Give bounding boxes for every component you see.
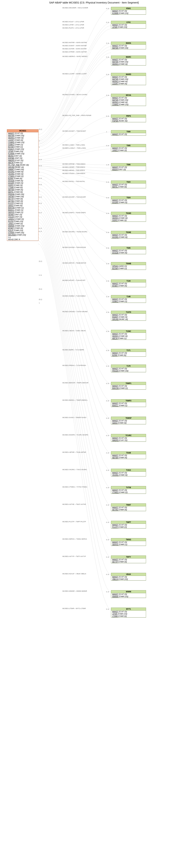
target-table-name: T000: [111, 130, 146, 133]
target-field: MATNR [CHAR (18)]: [111, 61, 146, 63]
relation-label: MCISEG-ERFME = T006-MSEHI: [62, 163, 85, 165]
target-table-name: TSAB: [111, 452, 146, 454]
target-field: MANDT [CLNT (3)]: [111, 506, 146, 509]
page-title: SAP ABAP table MCISEG {CS: Physical Inve…: [0, 1, 188, 4]
target-table-T064B: T064BSPRAS [LANG (1)]BSTAR [CHAR (1)]: [111, 262, 146, 270]
target-field: WERKS [CHAR (4)]: [111, 63, 146, 65]
relation-label: MCISEG-BWSCL = T6WP2-BWSCL: [62, 399, 88, 401]
target-table-T005: T005MANDT [CLNT (3)]LAND1 [CHAR (3)]: [111, 144, 146, 152]
relation-label: MCISEG-VOLEH = T006-MSEHI: [62, 173, 85, 174]
source-field: BSTAR [CHAR (1)]: [7, 146, 38, 148]
target-field: MANDT [CLNT (3)]: [111, 611, 146, 613]
source-field: PRDHA [CHAR (18)]: [7, 193, 38, 195]
target-table-name: T024: [111, 196, 146, 199]
target-field: LTSNR [CHAR (6)]: [111, 615, 146, 617]
source-field: GEWEI [UNIT (3)]: [7, 214, 38, 216]
target-table-name: WYT1: [111, 608, 146, 611]
target-table-name: TWPT: [111, 521, 146, 524]
source-cardinality: 0..N: [39, 203, 42, 204]
target-table-T134: T134MANDT [CLNT (3)]MTART [CHAR (4)]: [111, 279, 146, 287]
source-cardinality: 0..N: [39, 178, 42, 179]
target-table-name: TCURC: [111, 434, 146, 437]
relation-label: MCISEG-MTART = T134-MTART: [62, 279, 85, 281]
cardinality: 0..N: [106, 181, 109, 183]
source-cardinality: 0..N: [39, 212, 42, 214]
target-table-name: T171: [111, 349, 146, 352]
source-field: EKSGB [CHAR (4)]: [7, 180, 38, 182]
target-table-name: T179: [111, 365, 146, 368]
target-field: EKORG [CHAR (4)]: [111, 236, 146, 238]
source-cardinality: 1: [39, 152, 40, 154]
source-field: ERFME [UNIT (3)]: [7, 157, 38, 159]
cardinality: 0..N: [106, 574, 109, 575]
target-table-name: T026: [111, 247, 146, 249]
target-table-name: PRPS: [111, 115, 146, 118]
target-table-TWTY: TWTYMANDT [CLNT (3)]AKTYP [CHAR (4)]: [111, 556, 146, 563]
cardinality: 0..N: [106, 522, 109, 523]
target-field: MANDT [CLNT (3)]: [111, 314, 146, 316]
target-table-TSAB: TSABMANDT [CLNT (3)]ABTNR [CHAR (4)]: [111, 452, 146, 459]
source-field: KUNNR [CHAR (10)]: [7, 153, 38, 155]
cardinality: 0..N: [106, 231, 109, 233]
source-table-name: MCISEG: [7, 129, 38, 132]
relation-label: MCISEG-KOLIF = LFA1-LIFNR: [62, 21, 84, 23]
cardinality: 0..N: [106, 145, 109, 147]
source-field: ABCIN [CHAR (1)]: [7, 162, 38, 164]
source-cardinality: 0..N: [39, 184, 42, 185]
cardinality: 0..N: [106, 417, 109, 419]
target-field: LIFNR [CHAR (10)]: [111, 613, 146, 615]
cardinality: 0..N: [106, 435, 109, 436]
target-field: VKORG [CHAR (4)]: [111, 474, 146, 476]
target-field: WERKS [CHAR (4)]: [111, 101, 146, 103]
target-table-name: T157D: [111, 311, 146, 314]
relation-label: MCISEG-AKTHE = TWAT-AKTHE: [62, 503, 86, 505]
target-table-name: MARA: [111, 42, 146, 44]
source-field: ABTNR [CHAR (4)]: [7, 189, 38, 191]
target-table-MARC: MARCMANDT [CLNT (3)]MATNR [CHAR (18)]WER…: [111, 56, 146, 65]
target-table-name: T023: [111, 181, 146, 184]
target-table-TVKO: TVKOMANDT [CLNT (3)]VKORG [CHAR (4)]: [111, 469, 146, 476]
relation-label: MCISEG-EKGRP = T024-EKGRP: [62, 196, 86, 198]
target-field: MANDT [CLNT (3)]: [111, 593, 146, 595]
source-field: MATKL [CHAR (9)]: [7, 191, 38, 193]
source-field: LANDLF [CHAR (3)]: [7, 218, 38, 220]
target-field: BWSCL [CHAR (1)]: [111, 404, 146, 407]
target-field: MANDT [CLNT (3)]: [111, 76, 146, 78]
target-field: MANDT [CLNT (3)]: [111, 524, 146, 526]
target-table-name: TWAT: [111, 504, 146, 506]
target-field: WAERS [CUKY (5)]: [111, 439, 146, 441]
relation-label: MCISEG-SOBKZ = T148-SOBKZ: [62, 295, 86, 297]
source-field: PLGTP [CHAR (2)]: [7, 202, 38, 205]
target-table-TWPT: TWPTMANDT [CLNT (3)]PLGTP [CHAR (2)]: [111, 521, 146, 528]
source-field: GRUND [NUMC (4)]: [7, 166, 38, 168]
target-field: LAND1 [CHAR (3)]: [111, 149, 146, 152]
target-field: MANDT [CLNT (3)]: [111, 489, 146, 491]
target-table-T148: T148MANDT [CLNT (3)]SOBKZ [CHAR (1)]: [111, 295, 146, 303]
source-field: AKTHE [CHAR (4)]: [7, 200, 38, 202]
relation-label: MCISEG-LAND1 = T005-LAND1: [62, 144, 85, 146]
relation-label: MCISEG-BZIRK = T171-BZIRK: [62, 349, 84, 351]
cardinality: 1: [106, 131, 107, 133]
target-field: MSEHI [UNIT (3)]: [111, 168, 146, 170]
target-field: MANDT [CLNT (3)]: [111, 368, 146, 370]
target-table-T024D: T024DMANDT [CLNT (3)]WERKS [CHAR (4)]DIS…: [111, 212, 146, 222]
target-table-name: T148: [111, 295, 146, 298]
target-field: MATKL [CHAR (9)]: [111, 186, 146, 188]
source-field: SERVG [CHAR (1)]: [7, 211, 38, 214]
target-field: VBELN [CHAR (10)]: [111, 578, 146, 580]
source-cardinality: (0,1): [39, 128, 42, 130]
cardinality: 0..N: [106, 263, 109, 265]
source-field: PS_PSP_PNR [NUMC (8)]: [7, 164, 38, 166]
target-field: WERKS [CHAR (4)]: [111, 335, 146, 337]
relation-label: MCISEG-LTSNR = WYT1-LTSNR: [62, 608, 86, 609]
target-field: AKTYP [CHAR (4)]: [111, 561, 146, 563]
source-field: VKORG [CHAR (4)]: [7, 173, 38, 175]
relation-label: MCISEG-PLGTP = TWPT-PLGTP: [62, 521, 86, 523]
target-field: MANDT [CLNT (3)]: [111, 454, 146, 457]
cardinality: 0..N: [106, 504, 109, 506]
target-table-name: T6WSP: [111, 417, 146, 420]
source-field: WKUNNR [CHAR (10)]: [7, 234, 38, 236]
relation-label: MCISEG-PRDHA = T179-PRODH: [62, 365, 86, 366]
target-field: MANDT [CLNT (3)]: [111, 402, 146, 404]
target-field: MANDT [CLNT (3)]: [111, 420, 146, 422]
